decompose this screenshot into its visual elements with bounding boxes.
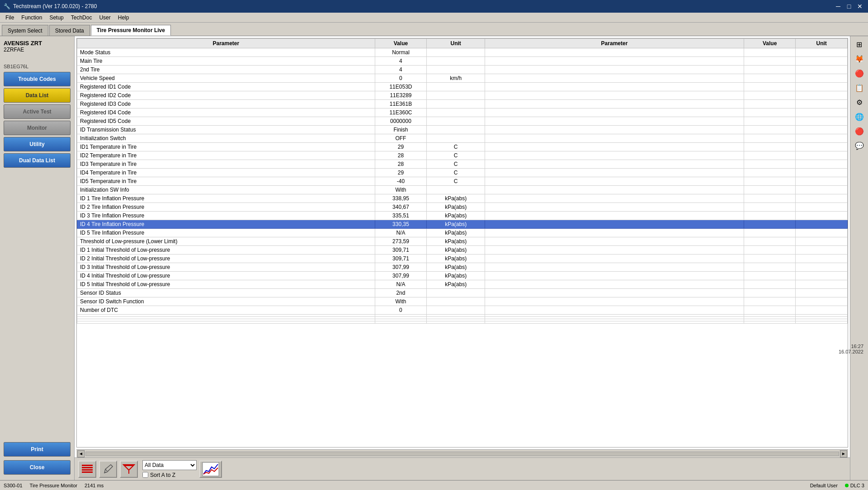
list-view-button[interactable] bbox=[78, 461, 96, 478]
table-row[interactable]: Vehicle Speed0km/h bbox=[77, 74, 848, 83]
menu-function[interactable]: Function bbox=[18, 14, 46, 22]
cell-param: ID2 Temperature in Tire bbox=[77, 151, 375, 160]
close-button[interactable]: ✕ bbox=[855, 2, 864, 11]
cell-unit bbox=[427, 289, 485, 297]
table-row[interactable]: ID 3 Initial Threshold of Low-pressure30… bbox=[77, 263, 848, 272]
table-row[interactable]: ID 2 Initial Threshold of Low-pressure30… bbox=[77, 254, 848, 263]
close-button[interactable]: Close bbox=[4, 460, 71, 475]
table-row[interactable]: Sensor ID Status2nd bbox=[77, 289, 848, 297]
filter-button[interactable] bbox=[120, 461, 138, 478]
table-row[interactable]: Number of DTC0 bbox=[77, 306, 848, 315]
menu-user[interactable]: User bbox=[95, 14, 114, 22]
main-layout: AVENSIS ZRT 2ZRFAE SB1EG76L Trouble Code… bbox=[0, 36, 868, 480]
table-row[interactable]: ID 4 Initial Threshold of Low-pressure30… bbox=[77, 272, 848, 280]
table-row[interactable]: Registered ID3 Code11E361B bbox=[77, 100, 848, 108]
table-row[interactable]: ID5 Temperature in Tire-40C bbox=[77, 177, 848, 186]
clock-area: 16:27 16.07.2022 bbox=[839, 344, 863, 354]
right-panel: ⊞ 🦊 🔴 📋 ⚙ 🌐 🔴 💬 bbox=[850, 36, 868, 480]
menu-setup[interactable]: Setup bbox=[46, 14, 67, 22]
sort-label[interactable]: Sort A to Z bbox=[150, 472, 175, 478]
table-row[interactable]: Initialization SwitchOFF bbox=[77, 134, 848, 143]
table-row[interactable]: ID Transmission StatusFinish bbox=[77, 126, 848, 134]
table-row[interactable]: ID 1 Initial Threshold of Low-pressure30… bbox=[77, 246, 848, 254]
data-filter-dropdown[interactable]: All Data bbox=[142, 460, 197, 470]
scroll-left-button[interactable]: ◄ bbox=[77, 450, 85, 457]
tab-system-select[interactable]: System Select bbox=[2, 25, 48, 36]
table-row[interactable]: ID 1 Tire Inflation Pressure338,95kPa(ab… bbox=[77, 194, 848, 203]
cell-unit: kPa(abs) bbox=[427, 203, 485, 212]
utility-button[interactable]: Utility bbox=[4, 137, 71, 151]
cell-unit bbox=[427, 126, 485, 134]
table-row[interactable]: Registered ID1 Code11E053D bbox=[77, 83, 848, 91]
maximize-button[interactable]: □ bbox=[844, 2, 854, 11]
table-row[interactable]: Registered ID4 Code11E360C bbox=[77, 108, 848, 117]
table-row[interactable]: ID 3 Tire Inflation Pressure335,51kPa(ab… bbox=[77, 212, 848, 220]
table-row[interactable]: Sensor ID Switch FunctionWith bbox=[77, 297, 848, 306]
scroll-track[interactable] bbox=[85, 452, 839, 456]
table-row[interactable]: Threshold of Low-pressure (Lower Limit)2… bbox=[77, 237, 848, 246]
cell-value: With bbox=[375, 186, 427, 194]
pencil-button[interactable] bbox=[99, 461, 117, 478]
menu-techdoc[interactable]: TechDoc bbox=[67, 14, 96, 22]
clock-date: 16.07.2022 bbox=[839, 349, 863, 354]
graph-button[interactable] bbox=[199, 461, 222, 478]
right-icon-2[interactable]: 🦊 bbox=[853, 52, 866, 65]
status-dlc: DLC 3 bbox=[850, 483, 864, 488]
table-row[interactable]: ID1 Temperature in Tire29C bbox=[77, 143, 848, 151]
tab-stored-data[interactable]: Stored Data bbox=[49, 25, 90, 36]
minimize-button[interactable]: ─ bbox=[834, 2, 843, 11]
table-row[interactable]: ID 4 Tire Inflation Pressure330,35kPa(ab… bbox=[77, 220, 848, 229]
data-table-container[interactable]: Parameter Value Unit Parameter Value Uni… bbox=[76, 38, 848, 448]
horizontal-scrollbar[interactable]: ◄ ► bbox=[76, 449, 848, 457]
table-row[interactable]: Initialization SW InfoWith bbox=[77, 186, 848, 194]
table-row[interactable]: ID2 Temperature in Tire28C bbox=[77, 151, 848, 160]
cell-value2 bbox=[744, 108, 796, 117]
cell-value: 11E3289 bbox=[375, 91, 427, 100]
table-row[interactable]: ID 5 Tire Inflation PressureN/AkPa(abs) bbox=[77, 229, 848, 237]
table-row[interactable]: ID3 Temperature in Tire28C bbox=[77, 160, 848, 169]
right-icon-8[interactable]: 💬 bbox=[853, 139, 866, 152]
cell-value: N/A bbox=[375, 229, 427, 237]
data-list-button[interactable]: Data List bbox=[4, 88, 71, 103]
right-icon-5[interactable]: ⚙ bbox=[853, 96, 866, 108]
scroll-right-button[interactable]: ► bbox=[840, 450, 847, 457]
print-button[interactable]: Print bbox=[4, 442, 71, 457]
table-row[interactable]: Registered ID2 Code11E3289 bbox=[77, 91, 848, 100]
table-row[interactable] bbox=[77, 321, 848, 324]
trouble-codes-button[interactable]: Trouble Codes bbox=[4, 72, 71, 86]
tab-tire-pressure-live[interactable]: Tire Pressure Monitor Live bbox=[91, 25, 171, 36]
cell-unit bbox=[427, 91, 485, 100]
table-row[interactable]: ID 5 Initial Threshold of Low-pressureN/… bbox=[77, 280, 848, 289]
cell-param2 bbox=[485, 272, 744, 280]
right-icon-1[interactable]: ⊞ bbox=[853, 38, 866, 51]
table-row[interactable]: Main Tire4 bbox=[77, 57, 848, 66]
menu-help[interactable]: Help bbox=[114, 14, 133, 22]
cell-param2 bbox=[485, 160, 744, 169]
table-row[interactable]: Registered ID5 Code0000000 bbox=[77, 117, 848, 126]
table-row[interactable]: ID4 Temperature in Tire29C bbox=[77, 169, 848, 177]
cell-param2 bbox=[485, 280, 744, 289]
active-test-button[interactable]: Active Test bbox=[4, 104, 71, 119]
right-icon-7[interactable]: 🔴 bbox=[853, 125, 866, 137]
table-row[interactable]: ID 2 Tire Inflation Pressure340,67kPa(ab… bbox=[77, 203, 848, 212]
cell-value: 0000000 bbox=[375, 117, 427, 126]
right-icon-4[interactable]: 📋 bbox=[853, 81, 866, 94]
table-row[interactable]: Mode StatusNormal bbox=[77, 48, 848, 57]
cell-unit: C bbox=[427, 151, 485, 160]
sort-checkbox[interactable] bbox=[142, 472, 148, 478]
dropdown-area: All Data Sort A to Z bbox=[142, 460, 197, 478]
menu-file[interactable]: File bbox=[2, 14, 18, 22]
dual-data-list-button[interactable]: Dual Data List bbox=[4, 153, 71, 168]
cell-param2 bbox=[485, 237, 744, 246]
right-icon-3[interactable]: 🔴 bbox=[853, 67, 866, 80]
cell-param: Initialization SW Info bbox=[77, 186, 375, 194]
cell-unit: kPa(abs) bbox=[427, 280, 485, 289]
monitor-button[interactable]: Monitor bbox=[4, 121, 71, 135]
cell-unit2 bbox=[796, 254, 848, 263]
cell-value2 bbox=[744, 280, 796, 289]
table-row[interactable]: 2nd Tire4 bbox=[77, 66, 848, 74]
cell-param2 bbox=[485, 203, 744, 212]
right-icon-6[interactable]: 🌐 bbox=[853, 110, 866, 123]
cell-param2 bbox=[485, 48, 744, 57]
cell-param: ID 4 Initial Threshold of Low-pressure bbox=[77, 272, 375, 280]
